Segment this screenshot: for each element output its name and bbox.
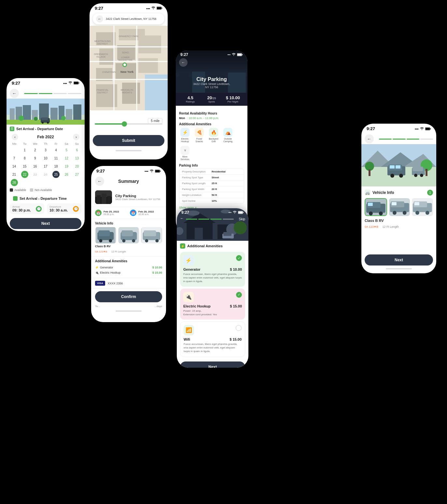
search-container[interactable]: ← 3422 Clark Street Levittown, NY 11756 <box>93 13 164 24</box>
svg-rect-36 <box>138 35 161 53</box>
card-number: XXXX 2356 <box>108 282 123 285</box>
day-cell[interactable]: 16 <box>32 163 39 170</box>
date-from-value: Feb 25, 2022 <box>104 210 119 213</box>
slider-track[interactable] <box>95 123 162 125</box>
next-button[interactable]: Next <box>10 218 81 229</box>
vehicle-next-button[interactable]: Next <box>365 254 433 266</box>
more-icon: ∨ <box>180 146 189 155</box>
price-stat: $ 10.00 Per Night <box>222 95 244 103</box>
date-from: 📅 Feb 25, 2022 09:30 p.m. <box>95 210 127 216</box>
vehicle-back-button[interactable]: ← <box>365 134 374 143</box>
gallery-img-1[interactable] <box>365 198 387 216</box>
day-cell[interactable]: 11 <box>52 155 60 162</box>
svg-point-137 <box>379 211 383 215</box>
day-cell[interactable]: 23 <box>32 171 39 178</box>
status-bar-map: 9:27 ▪▪▪ <box>90 3 168 12</box>
amenities-back-button[interactable]: ← <box>180 216 184 221</box>
svg-point-20 <box>42 122 44 124</box>
day-cell[interactable]: 7 <box>11 155 18 162</box>
day-cell[interactable]: 1 <box>21 146 28 154</box>
day-cell[interactable]: 15 <box>21 163 28 170</box>
day-cell[interactable]: 6 <box>73 146 80 154</box>
summary-back-button[interactable]: ← <box>95 177 104 186</box>
amenity-card-generator[interactable]: ⚡ ✓ Generator $ 10.00 Fusce accumsan, li… <box>180 252 245 287</box>
next-month-button[interactable]: › <box>73 134 79 140</box>
phone-amenities: 9:27 ▪▪▪ ← Skip ⚡ Additional Amenities ⚡… <box>177 208 248 368</box>
day-cell[interactable]: 3 <box>42 146 49 154</box>
vehicle-section-title: Vehicle Info <box>372 190 394 195</box>
day-cell[interactable]: 8 <box>21 155 28 162</box>
day-cell[interactable]: 17 <box>42 163 49 170</box>
legend-not-available-label: Not-Available <box>35 188 52 192</box>
status-icons: ▪▪▪ <box>63 81 79 85</box>
svg-point-15 <box>19 116 24 121</box>
day-cell[interactable]: 19 <box>63 163 70 170</box>
confirm-button[interactable]: Confirm <box>95 291 162 302</box>
generator-label: Generator <box>100 266 113 269</box>
summary-header: ← Summary <box>91 175 166 188</box>
submit-button[interactable]: Submit <box>93 135 164 146</box>
total-label: To... <box>95 305 100 308</box>
slider-container: 5 mile <box>95 123 162 125</box>
arrival-time-field[interactable]: Arrival 09: 30 p.m. 🕑 <box>10 203 44 214</box>
day-cell[interactable]: 5 <box>63 146 70 154</box>
svg-point-131 <box>420 174 423 177</box>
progress-nav: ← <box>7 87 85 99</box>
electric-desc: Power: 15 amp,Extension cord provided: Y… <box>183 309 242 316</box>
day-cell-today[interactable]: 22 <box>21 171 28 178</box>
amenity-card-wifi[interactable]: 📶 Wifi $ 15.00 Fusce accumsan, libero eg… <box>180 321 245 357</box>
calendar-grid: Mo Tu We Th Fr Sa Su 1 2 3 4 5 6 7 8 9 1… <box>7 142 85 187</box>
map-back-button[interactable]: ← <box>96 15 103 22</box>
progress-seg-4 <box>68 93 81 94</box>
gallery-img-3[interactable] <box>412 198 433 216</box>
spots-label: Spots <box>201 100 222 103</box>
slider-thumb[interactable] <box>122 121 127 127</box>
dark-status-bar: 9:27 ▪▪▪ <box>176 50 247 59</box>
day-cell[interactable] <box>11 146 18 154</box>
gallery-img-2[interactable] <box>389 198 410 216</box>
wifi-card-header: 📶 <box>184 325 242 335</box>
svg-rect-91 <box>144 230 156 236</box>
svg-point-17 <box>61 116 66 120</box>
parking-back-button[interactable]: ← <box>179 58 188 67</box>
day-cell[interactable]: 4 <box>52 146 60 154</box>
day-cell[interactable]: 10 <box>42 155 49 162</box>
day-cell[interactable]: 20 <box>73 163 80 170</box>
svg-rect-141 <box>392 202 397 205</box>
amenity-card-electric[interactable]: 🔌 ✓ Electric Hookup $ 15.00 Power: 15 am… <box>180 289 245 320</box>
progress-seg-2 <box>39 93 52 94</box>
total-days: ...days <box>154 305 162 308</box>
range-slider-section: 5 mile <box>90 117 168 130</box>
day-cell[interactable]: 13 <box>73 155 80 162</box>
back-button[interactable]: ← <box>10 89 19 98</box>
day-cell[interactable]: 21 <box>11 171 18 178</box>
status-bar-calendar: 9:27 ▪▪▪ <box>7 78 85 87</box>
range-label: 5 mile <box>148 118 162 124</box>
vehicle-gallery <box>365 198 433 216</box>
svg-point-92 <box>145 239 148 242</box>
day-cell[interactable]: 18 <box>52 163 60 170</box>
amenities-next-button[interactable]: Next <box>180 361 245 368</box>
map-view[interactable]: MEATPACKING DISTRICT GRAMERCY PARK GREEN… <box>90 26 168 117</box>
day-cell-selected[interactable]: 25 <box>52 171 60 178</box>
day-cell[interactable]: 26 <box>63 171 70 178</box>
day-cell[interactable]: 12 <box>63 155 70 162</box>
skip-button[interactable]: Skip <box>239 217 245 221</box>
day-cell[interactable]: 27 <box>73 171 80 178</box>
day-cell[interactable]: 24 <box>42 171 49 178</box>
vehicle-hero-image <box>361 144 436 186</box>
day-cell[interactable]: 14 <box>11 163 18 170</box>
day-cell[interactable]: 9 <box>32 155 39 162</box>
phone-summary: 9:27 ▪▪▪ ← Summary City Parking 3422 Cla… <box>91 166 166 322</box>
wifi-card-icon: 📶 <box>184 325 194 335</box>
electric-card-icon: 🔌 <box>183 292 194 302</box>
prev-month-button[interactable]: ‹ <box>12 134 18 140</box>
spots-stat: 20/25 Spots <box>201 95 222 103</box>
generator-price: $ 10.00 <box>152 266 162 269</box>
departure-time-field[interactable]: Departure 10: 30 a.m. 🕑 <box>47 203 81 214</box>
amenity-more[interactable]: ∨ MoreServices <box>179 146 191 161</box>
day-cell-28[interactable]: 28 <box>11 179 18 186</box>
day-cell[interactable]: 2 <box>32 146 39 154</box>
arrival-time-icon: 🕑 <box>36 206 42 212</box>
svg-rect-147 <box>414 202 419 205</box>
